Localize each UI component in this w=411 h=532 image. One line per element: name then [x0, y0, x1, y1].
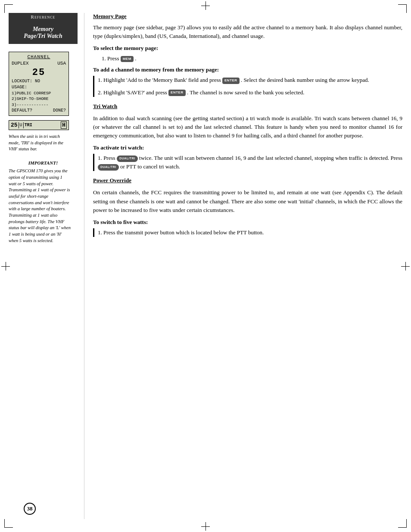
- status-tri: TRI: [25, 123, 32, 128]
- sidebar-title-box: Memory Page/Tri Watch: [9, 21, 78, 44]
- lcd-done-row: DEFAULT? DONE?: [12, 108, 66, 114]
- enter-key-badge-1: ENTER: [222, 78, 240, 84]
- lcd-usage-label: USAGE:: [12, 84, 66, 90]
- lcd-default: DEFAULT?: [12, 108, 32, 114]
- page-number-area: 38: [24, 503, 36, 515]
- select-memory-step1-text: 1. Press MEM .: [102, 55, 136, 62]
- memory-page-heading: Memory Page: [93, 13, 402, 20]
- page-number: 38: [27, 505, 33, 512]
- lcd-header: CHANNEL: [12, 54, 66, 60]
- activate-tri-step1: 1. Press DUAL/TRI twice. The unit will s…: [98, 154, 402, 171]
- sidebar-important-text: The GPSCOM 170 gives you the option of t…: [9, 168, 71, 244]
- sidebar-title-line1: Memory: [12, 26, 74, 33]
- page-number-circle: 38: [24, 503, 36, 515]
- lcd-usage-1: 1)PUBLIC CORRESP: [12, 90, 66, 96]
- dual-tri-key-badge-2: DUAL/TRI: [98, 164, 119, 171]
- add-channel-steps: 1. Highlight 'Add to the 'Memory Bank' f…: [93, 76, 402, 96]
- lcd-lockout: LOCKOUT: NO: [12, 78, 66, 84]
- sidebar-reference-label: Reference: [9, 13, 78, 21]
- power-override-body: On certain channels, the FCC requires th…: [93, 188, 402, 214]
- tri-watch-heading: Tri Watch: [93, 103, 402, 110]
- sidebar-title-line2: Page/Tri Watch: [12, 33, 74, 40]
- lcd-usage-3: 3)-------------: [12, 102, 66, 108]
- corner-mark-tl: [4, 4, 13, 13]
- enter-key-badge-2: ENTER: [168, 90, 186, 96]
- memory-page-body: The memory page (see sidebar, page 37) a…: [93, 23, 402, 40]
- power-override-heading: Power Override: [93, 177, 402, 184]
- crosshair-right: [401, 262, 410, 271]
- tri-watch-body: In addition to dual watch scanning (see …: [93, 114, 402, 140]
- five-watts-step1: 1. Press the transmit power button which…: [98, 228, 402, 237]
- lcd-duplex-row: DUPLEX USA: [12, 60, 66, 67]
- add-channel-heading: To add a channel to memory from the memo…: [93, 66, 402, 73]
- lcd-status-bar: 25 U TRI H: [9, 120, 69, 130]
- status-channel: 25: [11, 122, 18, 128]
- lcd-done: DONE?: [53, 108, 66, 114]
- corner-mark-br: [398, 519, 407, 528]
- lcd-display: CHANNEL DUPLEX USA 25 LOCKOUT: NO USAGE:…: [9, 52, 69, 116]
- corner-mark-bl: [4, 519, 13, 528]
- lcd-country: USA: [57, 60, 66, 67]
- status-u: U: [20, 123, 22, 128]
- main-content: Memory Page The memory page (see sidebar…: [84, 13, 402, 519]
- select-memory-heading: To select the memory page:: [93, 45, 402, 52]
- mem-key-badge: MEM: [121, 56, 134, 62]
- sidebar-caption: When the unit is in tri watch mode, 'TRI…: [9, 134, 69, 152]
- status-divider-1: [19, 122, 19, 128]
- five-watts-steps: 1. Press the transmit power button which…: [93, 228, 402, 237]
- lcd-channel-number: 25: [12, 67, 66, 78]
- add-channel-step1: 1. Highlight 'Add to the 'Memory Bank' f…: [98, 76, 402, 84]
- crosshair-bottom: [201, 522, 210, 531]
- lcd-duplex: DUPLEX: [12, 60, 29, 67]
- dual-tri-key-badge-1: DUAL/TRI: [117, 156, 138, 162]
- crosshair-top: [201, 1, 210, 10]
- select-memory-step1: 1. Press MEM .: [93, 54, 402, 63]
- status-h: H: [61, 121, 67, 129]
- status-divider-2: [23, 122, 24, 128]
- activate-tri-steps: 1. Press DUAL/TRI twice. The unit will s…: [93, 154, 402, 171]
- five-watts-heading: To switch to five watts:: [93, 219, 402, 226]
- corner-mark-tr: [398, 4, 407, 13]
- add-channel-step2: 2. Highlight 'SAVE?' and press ENTER . T…: [98, 88, 402, 97]
- crosshair-left: [1, 262, 10, 271]
- lcd-usage-2: 2)SHIP-TO-SHORE: [12, 96, 66, 102]
- activate-tri-heading: To activate tri watch:: [93, 144, 402, 151]
- sidebar: Reference Memory Page/Tri Watch CHANNEL …: [9, 13, 84, 519]
- sidebar-important-label: IMPORTANT!: [9, 160, 78, 165]
